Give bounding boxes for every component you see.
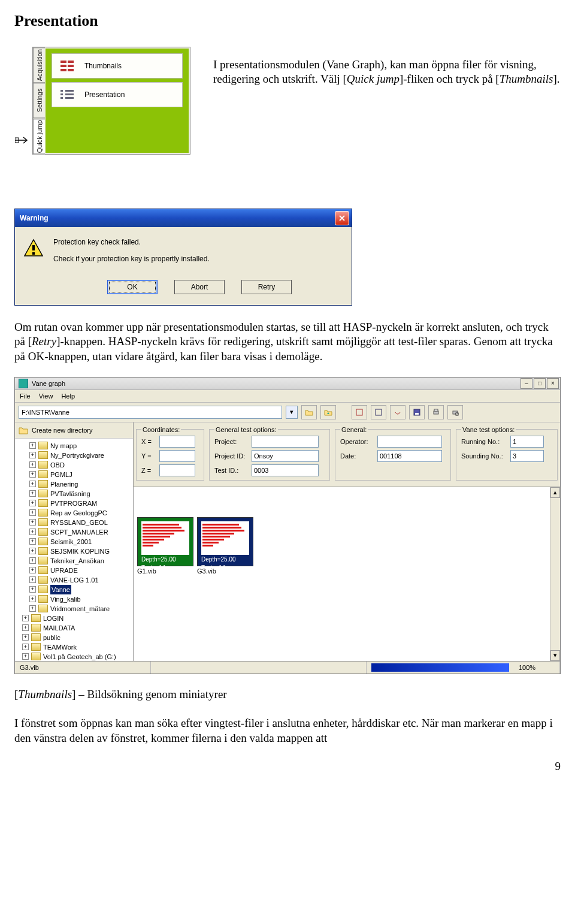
abort-button[interactable]: Abort <box>174 280 225 294</box>
thumbnails-caption: [Thumbnails] – Bildsökning genom miniaty… <box>14 687 561 702</box>
coord-x-input[interactable] <box>159 436 195 448</box>
minimize-button[interactable]: – <box>520 378 532 389</box>
tool-btn-3[interactable] <box>390 405 405 419</box>
tree-item[interactable]: +RYSSLAND_GEOL <box>16 518 132 527</box>
tree-item[interactable]: +Planering <box>16 479 132 489</box>
tree-item[interactable]: +PGMLJ <box>16 470 132 479</box>
thumbnails-icon <box>60 61 74 71</box>
page-title: Presentation <box>14 12 561 30</box>
tree-item[interactable]: +OBD <box>16 460 132 470</box>
window-title: Vane graph <box>32 380 65 387</box>
tree-item[interactable]: +public <box>16 633 132 642</box>
maximize-button[interactable]: □ <box>534 378 546 389</box>
sidebar-btn-label: Presentation <box>84 90 125 99</box>
svg-rect-2 <box>32 252 35 255</box>
progress-bar <box>371 663 509 672</box>
warning-icon <box>23 238 44 258</box>
tree-item[interactable]: +Ving_kalib <box>16 594 132 604</box>
save-button[interactable] <box>409 405 425 419</box>
tree-item[interactable]: +LOGIN <box>16 614 132 623</box>
menu-file[interactable]: File <box>20 392 31 400</box>
svg-rect-8 <box>434 409 438 411</box>
warning-line1: Protection key check failed. <box>53 238 210 246</box>
date-input[interactable] <box>377 450 442 462</box>
retry-button[interactable]: Retry <box>241 280 292 294</box>
intro-paragraph: I presentationsmodulen (Vane Graph), kan… <box>213 47 561 87</box>
tree-item[interactable]: +Tekniker_Ansökan <box>16 556 132 566</box>
tool-btn-1[interactable] <box>352 405 367 419</box>
tool-btn-2[interactable] <box>371 405 386 419</box>
tree-item[interactable]: +SCPT_MANUALER <box>16 527 132 537</box>
scrollbar[interactable]: ▴ ▾ <box>550 487 560 661</box>
window-titlebar: Vane graph – □ × <box>15 378 560 390</box>
project-id-input[interactable] <box>252 450 319 462</box>
svg-rect-4 <box>376 409 382 415</box>
thumbnail[interactable]: Depth=25.00Tests: 14G3.vib <box>197 517 253 576</box>
sidebar-btn-presentation[interactable]: Presentation <box>52 82 183 107</box>
tree-item[interactable]: +Vol1 på Geotech_ab (G:) <box>16 652 132 661</box>
body-paragraph-2: Om rutan ovan kommer upp när presentatio… <box>14 320 561 364</box>
tree-item[interactable]: +Ny mapp <box>16 441 132 451</box>
vtab-quickjump[interactable]: Quick jump <box>33 119 45 154</box>
menu-view[interactable]: View <box>39 392 53 400</box>
warning-title: Warning <box>20 214 49 222</box>
warning-titlebar: Warning <box>15 209 352 227</box>
running-no-input[interactable] <box>510 436 544 448</box>
thumbnails-area: Depth=25.00Tests: 14G1.vibDepth=25.00Tes… <box>134 487 560 661</box>
menu-bar: File View Help <box>15 390 560 403</box>
arrow-callout <box>15 136 32 144</box>
folder-tree: Create new directory +Ny mapp+Ny_Portryc… <box>15 422 134 661</box>
operator-input[interactable] <box>377 436 442 448</box>
warning-dialog: Warning Protection key check failed. Che… <box>14 209 352 306</box>
path-input[interactable] <box>19 406 282 419</box>
fs-general-legend: General: <box>340 426 368 433</box>
test-id-input[interactable] <box>252 464 319 476</box>
tree-item[interactable]: +Vanne <box>16 585 132 594</box>
bottom-paragraph: I fönstret som öppnas kan man söka efter… <box>14 716 561 745</box>
sidebar-btn-thumbnails[interactable]: Thumbnails <box>52 53 183 78</box>
fs-vane-legend: Vane test options: <box>461 426 516 433</box>
sidebar-panel: Acquisition Settings Quick jump Thumbnai… <box>32 47 190 155</box>
svg-rect-7 <box>434 411 438 414</box>
status-file: G3.vib <box>15 662 151 674</box>
menu-help[interactable]: Help <box>61 392 75 400</box>
path-dropdown[interactable]: ▾ <box>286 406 298 419</box>
print-preview-button[interactable] <box>447 405 463 419</box>
close-button[interactable]: × <box>547 378 559 389</box>
tree-item[interactable]: +UPRADE <box>16 566 132 575</box>
status-bar: G3.vib 100% <box>15 661 560 674</box>
create-directory-button[interactable]: Create new directory <box>15 422 133 439</box>
presentation-icon <box>60 90 74 99</box>
up-folder-button[interactable] <box>320 405 336 419</box>
svg-rect-6 <box>415 413 419 415</box>
ok-button[interactable]: OK <box>107 280 158 294</box>
coord-y-input[interactable] <box>159 450 195 462</box>
coord-z-input[interactable] <box>159 464 195 476</box>
vtab-acquisition[interactable]: Acquisition <box>33 47 45 83</box>
path-toolbar: ▾ <box>15 403 560 422</box>
fs-gto-legend: General test options: <box>214 426 278 433</box>
svg-rect-1 <box>32 245 35 250</box>
sounding-no-input[interactable] <box>510 450 544 462</box>
tree-item[interactable]: +MAILDATA <box>16 623 132 633</box>
vane-graph-window: Vane graph – □ × File View Help ▾ Create… <box>14 377 561 674</box>
tree-item[interactable]: +VANE-LOG 1.01 <box>16 575 132 585</box>
svg-rect-3 <box>356 409 362 415</box>
tree-item[interactable]: +PVTPROGRAM <box>16 499 132 508</box>
print-button[interactable] <box>428 405 444 419</box>
tree-item[interactable]: +TEAMWork <box>16 642 132 652</box>
tree-item[interactable]: +Vridmoment_mätare <box>16 604 132 614</box>
tree-item[interactable]: +Rep av GeologgPC <box>16 508 132 518</box>
project-input[interactable] <box>252 436 319 448</box>
fs-coords-legend: Coordinates: <box>141 426 181 433</box>
tree-item[interactable]: +Ny_Portryckgivare <box>16 451 132 460</box>
close-button[interactable] <box>335 211 349 225</box>
vtab-settings[interactable]: Settings <box>33 83 45 118</box>
open-folder-button[interactable] <box>301 405 317 419</box>
app-icon <box>19 379 28 388</box>
tree-item[interactable]: +SEJSMIK KOPLING <box>16 546 132 556</box>
tree-item[interactable]: +PVTavläsning <box>16 489 132 499</box>
tree-item[interactable]: +Seismik_2001 <box>16 537 132 546</box>
sidebar-btn-label: Thumbnails <box>84 62 122 70</box>
thumbnail[interactable]: Depth=25.00Tests: 14G1.vib <box>137 517 193 576</box>
